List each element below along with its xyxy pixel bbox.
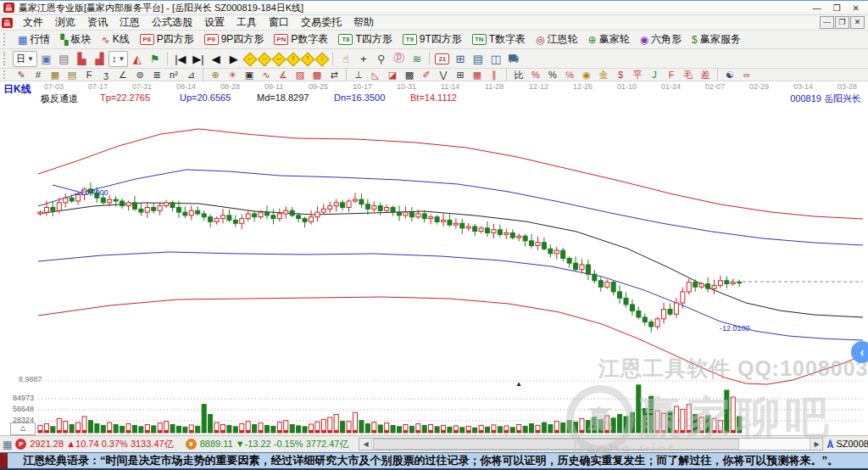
gann-box-icon[interactable]: ▣	[241, 69, 258, 81]
menu-item-4[interactable]: 公式选股	[146, 15, 198, 30]
diamond-left-icon[interactable]: ←	[243, 53, 256, 65]
next-bar-icon[interactable]: ▶	[225, 51, 242, 67]
spiral-icon[interactable]: ʒ	[97, 69, 114, 81]
winner-wheel-button[interactable]: ⊕赢家轮	[583, 31, 635, 48]
first-bar-icon[interactable]: |◀	[171, 51, 189, 67]
p9-square-button[interactable]: P99P四方形	[199, 31, 270, 48]
percent-red-icon[interactable]: %	[527, 69, 544, 81]
hatch-icon[interactable]: #	[30, 69, 47, 81]
chart-bars-icon[interactable]: ▙	[73, 51, 91, 67]
t9-square-button[interactable]: T99T四方形	[398, 31, 467, 48]
angle-icon[interactable]: ∠	[114, 69, 131, 81]
menu-item-5[interactable]: 设置	[198, 15, 231, 30]
infinity-icon[interactable]: ∞	[738, 69, 755, 81]
calendar-icon[interactable]: 21	[433, 51, 451, 67]
diamond-h-expand-icon[interactable]: ↔	[272, 53, 285, 65]
table-icon[interactable]: ⊞	[452, 69, 469, 81]
taichi-icon[interactable]: ☯	[721, 69, 738, 81]
care-of-icon[interactable]: ℅	[561, 69, 578, 81]
ratio-icon[interactable]: 比	[510, 69, 527, 81]
zoom-icon[interactable]: ⚲	[372, 51, 390, 67]
period-day-select[interactable]: 日▼	[13, 51, 37, 67]
strike2-icon[interactable]: 差	[697, 69, 714, 81]
menu-item-9[interactable]: 帮助	[348, 15, 380, 30]
menu-item-7[interactable]: 窗口	[263, 15, 295, 30]
volume-expand-button[interactable]: △	[10, 422, 36, 435]
level-icon[interactable]: 平	[629, 69, 646, 81]
side-panel-toggle-button[interactable]: ‹	[851, 341, 868, 363]
menu-item-3[interactable]: 江恩	[114, 15, 146, 30]
hand-icon[interactable]: ☝	[337, 51, 354, 67]
set-square-icon[interactable]: ⊿	[182, 69, 199, 81]
menu-item-8[interactable]: 交易委托	[295, 15, 348, 30]
last-bar-icon[interactable]: ▶|	[189, 51, 207, 67]
window-icon[interactable]: ▣	[37, 51, 55, 67]
gann-square-icon[interactable]: ▦	[47, 69, 64, 81]
burst-icon[interactable]: ✳	[224, 69, 241, 81]
diamond-v-expand-icon[interactable]: ↕	[287, 53, 299, 65]
diamond-down-icon[interactable]: ↓	[315, 53, 328, 65]
n2-icon[interactable]: n²	[165, 69, 182, 81]
close-button[interactable]: ✕	[853, 3, 860, 13]
quote-grid-icon[interactable]: ▦	[3, 439, 12, 450]
digamma-icon[interactable]: Ϝ	[81, 69, 97, 81]
trend-lines-icon[interactable]: ≋	[408, 51, 426, 67]
t-square-button[interactable]: T8T四方形	[333, 31, 397, 48]
zigzag-icon[interactable]: ⋁	[435, 69, 452, 81]
coin-icon[interactable]: ◉	[578, 69, 595, 81]
dense-grid-icon[interactable]: ▩	[401, 69, 418, 81]
pencil2-icon[interactable]: ✐	[418, 69, 435, 81]
notes-icon[interactable]: ▤	[469, 51, 487, 67]
strike1-icon[interactable]: 毛	[680, 69, 697, 81]
percent-icon[interactable]: %	[544, 69, 561, 81]
chart-bars2-icon[interactable]: ▟	[91, 51, 108, 67]
p-number-button[interactable]: PNP数字表	[269, 31, 333, 48]
calculator-icon[interactable]: ⊞	[451, 51, 469, 67]
scroll-left-icon[interactable]: ◀	[359, 439, 372, 450]
menu-item-2[interactable]: 资讯	[81, 15, 114, 30]
pig-icon[interactable]: ⓟ	[390, 51, 408, 67]
gann-fan-icon[interactable]: ∡	[275, 69, 292, 81]
t-square-tool-icon[interactable]: ⊥	[350, 69, 367, 81]
prev-bar-icon[interactable]: ◀	[207, 51, 225, 67]
crosshair-icon[interactable]: +	[354, 51, 372, 67]
hexagon-button[interactable]: ◉六角形	[635, 31, 687, 48]
save-icon[interactable]: ◫	[487, 51, 504, 67]
compass-icon[interactable]: ⊕	[207, 69, 224, 81]
truck-icon[interactable]: ⛟	[504, 51, 522, 67]
slider-select[interactable]: ↕▼	[108, 51, 128, 67]
grid-box-icon[interactable]: ▩	[309, 69, 326, 81]
wolf-icon[interactable]: ◭	[128, 51, 146, 67]
flag-icon[interactable]: ⚑	[146, 51, 164, 67]
mdi-close-button[interactable]: ✕	[850, 16, 865, 29]
maximize-button[interactable]: ❐	[833, 3, 841, 13]
money-icon[interactable]: $	[612, 69, 629, 81]
menu-item-6[interactable]: 工具	[231, 15, 263, 30]
minimize-button[interactable]: —	[813, 3, 821, 13]
mdi-restore-button[interactable]: ❐	[835, 16, 849, 29]
shade-box-icon[interactable]: ▨	[292, 69, 309, 81]
menu-item-0[interactable]: 文件	[17, 15, 49, 30]
gann-wheel-button[interactable]: ◎江恩轮	[531, 31, 582, 48]
t-number-button[interactable]: TNT数字表	[467, 31, 531, 48]
ruler-icon[interactable]: ≣	[148, 69, 165, 81]
arc-circle-icon[interactable]: ⊜	[131, 69, 148, 81]
diamond-right-icon[interactable]: →	[258, 53, 270, 65]
mdi-minimize-button[interactable]: —	[820, 16, 834, 29]
corner-box-icon[interactable]: ◪	[384, 69, 401, 81]
slant-lines-icon[interactable]: ∥	[486, 69, 503, 81]
wave-icon[interactable]: ∿	[258, 69, 275, 81]
gold-icon[interactable]: 金	[595, 69, 612, 81]
winner-service-button[interactable]: $赢家服务	[687, 31, 746, 48]
menu-item-1[interactable]: 浏览	[49, 15, 81, 30]
sector-button[interactable]: ▚板块	[55, 31, 96, 48]
market-button[interactable]: ▦行情	[13, 31, 55, 48]
j-tool-icon[interactable]: J	[646, 69, 663, 81]
f-tool-icon[interactable]: F	[663, 69, 680, 81]
arrows-lr-icon[interactable]: ⇄	[326, 69, 342, 81]
clipboard-icon[interactable]: ▤	[55, 51, 73, 67]
gann-square2-icon[interactable]: ▤	[64, 69, 81, 81]
chart-area[interactable]: 日K线 07-0307-1707-3108-1408-2809-1109-251…	[0, 81, 868, 435]
pen-icon[interactable]: ✎	[13, 69, 30, 81]
fan-shade-icon[interactable]: ◺	[367, 69, 384, 81]
